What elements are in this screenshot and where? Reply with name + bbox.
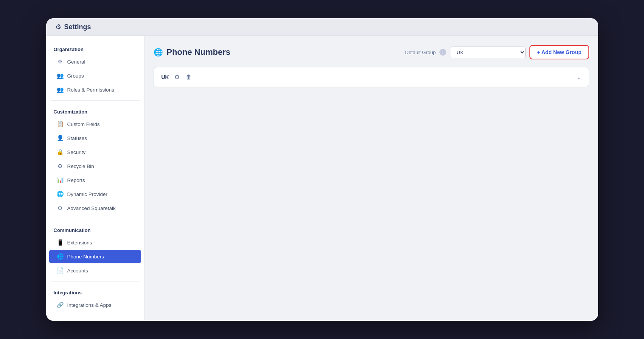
groups-icon: 👥 <box>57 72 64 79</box>
sidebar-item-roles-permissions[interactable]: 👥 Roles & Permissions <box>49 83 141 96</box>
top-bar: ⚙ Settings <box>46 18 598 36</box>
app-title: Settings <box>64 23 91 31</box>
sidebar-label-phone-numbers: Phone Numbers <box>67 254 104 260</box>
security-icon: 🔒 <box>57 149 64 156</box>
page-title: Phone Numbers <box>167 47 231 57</box>
accounts-icon: 📄 <box>57 267 64 274</box>
info-icon[interactable]: i <box>439 49 446 56</box>
extensions-icon: 📱 <box>57 239 64 246</box>
statuses-icon: 👤 <box>57 135 64 142</box>
custom-fields-icon: 📋 <box>57 121 64 128</box>
add-new-group-button[interactable]: + Add New Group <box>529 45 589 59</box>
sidebar-section-communication: Communication <box>46 223 144 235</box>
sidebar-section-organization: Organization <box>46 42 144 54</box>
page-title-icon: 🌐 <box>154 48 163 57</box>
sidebar-label-statuses: Statuses <box>67 135 87 141</box>
sidebar-item-accounts[interactable]: 📄 Accounts <box>49 264 141 277</box>
sidebar-label-general: General <box>67 59 85 65</box>
sidebar-label-dynamic-provider: Dynamic Provider <box>67 191 108 197</box>
sidebar-label-accounts: Accounts <box>67 268 88 274</box>
group-chevron-icon[interactable]: ⌄ <box>576 73 581 81</box>
sidebar-item-statuses[interactable]: 👤 Statuses <box>49 131 141 145</box>
info-symbol: i <box>442 50 443 54</box>
settings-top-icon: ⚙ <box>55 23 61 31</box>
main-content: Organization ⚙ General 👥 Groups 👥 Roles … <box>46 36 598 321</box>
recycle-bin-icon: ♻ <box>57 163 64 170</box>
sidebar-divider-1 <box>51 100 140 101</box>
group-select[interactable]: UK US EU <box>450 47 526 58</box>
default-group-label: Default Group <box>405 50 436 55</box>
sidebar-item-phone-numbers[interactable]: 🌐 Phone Numbers <box>49 250 141 263</box>
content-area: 🌐 Phone Numbers Default Group i UK US EU… <box>144 36 598 321</box>
sidebar-label-recycle-bin: Recycle Bin <box>67 163 94 169</box>
sidebar-label-custom-fields: Custom Fields <box>67 121 100 127</box>
sidebar-divider-2 <box>51 219 140 219</box>
add-group-btn-label: + Add New Group <box>537 49 581 55</box>
dynamic-provider-icon: 🌐 <box>57 191 64 197</box>
sidebar-item-extensions[interactable]: 📱 Extensions <box>49 236 141 249</box>
app-container: ⚙ Settings Organization ⚙ General 👥 Grou… <box>46 18 598 321</box>
sidebar-item-security[interactable]: 🔒 Security <box>49 145 141 159</box>
sidebar-label-groups: Groups <box>67 73 84 79</box>
reports-icon: 📊 <box>57 177 64 183</box>
sidebar: Organization ⚙ General 👥 Groups 👥 Roles … <box>46 36 144 321</box>
sidebar-item-custom-fields[interactable]: 📋 Custom Fields <box>49 117 141 131</box>
roles-icon: 👥 <box>57 86 64 93</box>
sidebar-section-customization: Customization <box>46 104 144 117</box>
sidebar-label-integrations: Integrations & Apps <box>67 302 112 308</box>
group-row: UK ⚙ 🗑 ⌄ <box>154 67 589 87</box>
page-header: 🌐 Phone Numbers Default Group i UK US EU… <box>154 45 589 59</box>
sidebar-section-integrations: Integrations <box>46 285 144 298</box>
sidebar-item-recycle-bin[interactable]: ♻ Recycle Bin <box>49 159 141 173</box>
sidebar-divider-3 <box>51 281 140 281</box>
group-delete-icon[interactable]: 🗑 <box>185 73 192 81</box>
page-title-section: 🌐 Phone Numbers <box>154 47 231 57</box>
sidebar-item-general[interactable]: ⚙ General <box>49 55 141 68</box>
sidebar-label-extensions: Extensions <box>67 240 92 246</box>
sidebar-item-advanced-squaretalk[interactable]: ⚙ Advanced Squaretalk <box>49 201 141 215</box>
sidebar-label-security: Security <box>67 149 86 155</box>
sidebar-item-reports[interactable]: 📊 Reports <box>49 173 141 187</box>
advanced-icon: ⚙ <box>57 205 64 211</box>
sidebar-label-advanced: Advanced Squaretalk <box>67 205 116 211</box>
header-controls: Default Group i UK US EU + Add New Group <box>405 45 589 59</box>
phone-numbers-icon: 🌐 <box>57 253 64 260</box>
group-name: UK <box>161 74 169 80</box>
group-settings-icon[interactable]: ⚙ <box>174 73 180 81</box>
sidebar-item-integrations-apps[interactable]: 🔗 Integrations & Apps <box>49 298 141 312</box>
integrations-icon: 🔗 <box>57 302 64 308</box>
sidebar-label-roles: Roles & Permissions <box>67 87 115 93</box>
sidebar-item-groups[interactable]: 👥 Groups <box>49 69 141 82</box>
groups-panel: UK ⚙ 🗑 ⌄ <box>154 67 589 87</box>
general-icon: ⚙ <box>57 58 64 65</box>
sidebar-item-dynamic-provider[interactable]: 🌐 Dynamic Provider <box>49 187 141 201</box>
sidebar-label-reports: Reports <box>67 177 85 183</box>
